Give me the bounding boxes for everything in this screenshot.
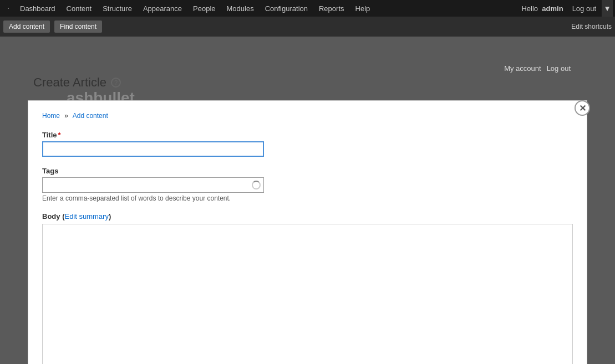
- content-panel: Home » Add content Title* Tags Enter a c…: [28, 100, 587, 364]
- nav-structure[interactable]: Structure: [97, 0, 138, 17]
- nav-appearance[interactable]: Appearance: [138, 0, 187, 17]
- breadcrumb-add-content[interactable]: Add content: [73, 112, 108, 120]
- title-input[interactable]: [42, 141, 264, 157]
- toolbar: Add content Find content Edit shortcuts: [0, 17, 615, 37]
- body-label: Body (Edit summary): [42, 212, 573, 221]
- title-label-text: Title: [42, 131, 57, 139]
- tags-input[interactable]: [42, 177, 264, 193]
- nav-reports[interactable]: Reports: [313, 0, 350, 17]
- body-paren-close: ): [109, 212, 111, 221]
- title-label: Title*: [42, 131, 573, 139]
- background-area: My account Log out Create Article ? ashb…: [0, 37, 615, 364]
- add-content-button[interactable]: Add content: [3, 20, 50, 33]
- account-bar: My account Log out: [504, 64, 571, 73]
- hello-prefix: Hello: [521, 4, 538, 13]
- title-required-marker: *: [58, 131, 61, 139]
- nav-modules[interactable]: Modules: [221, 0, 260, 17]
- tags-spinner-icon: [252, 181, 261, 189]
- nav-content[interactable]: Content: [61, 0, 98, 17]
- nav-people[interactable]: People: [187, 0, 221, 17]
- nav-help[interactable]: Help: [350, 0, 376, 17]
- my-account-link[interactable]: My account: [504, 64, 541, 73]
- title-field-group: Title*: [42, 131, 573, 157]
- breadcrumb: Home » Add content: [42, 112, 573, 120]
- edit-summary-link[interactable]: Edit summary: [64, 212, 108, 221]
- nav-dropdown-arrow[interactable]: ▼: [602, 0, 613, 17]
- body-label-text: Body: [42, 212, 60, 221]
- close-button[interactable]: ✕: [575, 100, 590, 116]
- nav-home[interactable]: [2, 2, 14, 14]
- top-navigation: Dashboard Content Structure Appearance P…: [0, 0, 615, 17]
- breadcrumb-home[interactable]: Home: [42, 112, 60, 120]
- edit-shortcuts-link[interactable]: Edit shortcuts: [571, 23, 612, 30]
- help-icon[interactable]: ?: [111, 78, 121, 88]
- nav-right-section: Hello admin Log out ▼: [518, 0, 613, 17]
- find-content-button[interactable]: Find content: [54, 20, 102, 33]
- breadcrumb-separator: »: [64, 112, 68, 120]
- page-header: Create Article ?: [33, 75, 121, 90]
- page-title: Create Article: [33, 75, 106, 90]
- tags-input-wrapper: [42, 177, 264, 193]
- hello-text: Hello admin: [518, 4, 566, 13]
- body-textarea[interactable]: [42, 224, 573, 364]
- nav-logout-link[interactable]: Log out: [569, 4, 599, 13]
- body-field-group: Body (Edit summary): [42, 212, 573, 364]
- nav-configuration[interactable]: Configuration: [260, 0, 313, 17]
- tags-label: Tags: [42, 167, 573, 175]
- nav-dashboard[interactable]: Dashboard: [14, 0, 61, 17]
- tags-field-group: Tags Enter a comma-separated list of wor…: [42, 167, 573, 202]
- tags-hint: Enter a comma-separated list of words to…: [42, 194, 573, 202]
- nav-items: Dashboard Content Structure Appearance P…: [2, 0, 518, 17]
- account-logout-link[interactable]: Log out: [547, 64, 571, 73]
- admin-username-link[interactable]: admin: [542, 4, 563, 13]
